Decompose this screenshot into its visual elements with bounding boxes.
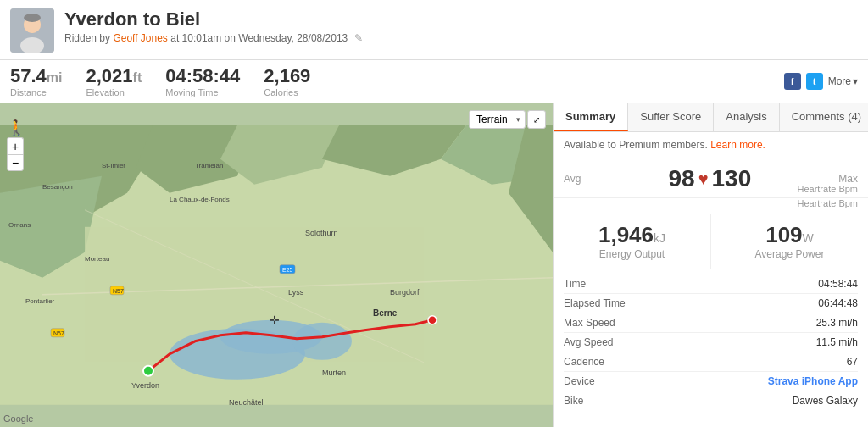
- energy-value: 1,946kJ: [564, 222, 700, 248]
- svg-text:N57: N57: [113, 288, 124, 294]
- detail-key: Max Speed: [564, 317, 615, 329]
- detail-key: Bike: [564, 395, 583, 407]
- google-logo: Google: [3, 413, 33, 424]
- detail-value[interactable]: Strava iPhone App: [768, 375, 858, 387]
- zoom-out-button[interactable]: −: [7, 154, 24, 171]
- tab-summary[interactable]: Summary: [554, 103, 628, 131]
- table-row: DeviceStrava iPhone App: [564, 372, 858, 391]
- social-bar: f t More ▾: [784, 73, 858, 90]
- edit-icon[interactable]: ✎: [354, 32, 363, 44]
- calories-stat: 2,169 Calories: [264, 65, 310, 97]
- heartrate-avg-value: 98: [669, 165, 695, 192]
- tab-suffer-score[interactable]: Suffer Score: [628, 103, 714, 131]
- twitter-icon[interactable]: t: [806, 73, 823, 90]
- power-block: 109W Average Power: [711, 214, 868, 269]
- zoom-in-button[interactable]: +: [7, 137, 24, 154]
- svg-text:Murten: Murten: [322, 369, 346, 377]
- power-label: Average Power: [721, 248, 858, 260]
- detail-key: Avg Speed: [564, 336, 614, 348]
- detail-value: Dawes Galaxy: [793, 395, 858, 407]
- distance-value: 57.4mi: [10, 65, 63, 87]
- more-button[interactable]: More ▾: [828, 75, 858, 87]
- detail-value: 04:58:44: [818, 278, 858, 290]
- ride-title: Yverdon to Biel Ridden by Geoff Jones at…: [64, 8, 363, 44]
- svg-text:Berne: Berne: [373, 308, 398, 318]
- heartrate-values: 98 ♥ 130: [669, 165, 752, 192]
- svg-text:Morteau: Morteau: [85, 255, 109, 263]
- energy-block: 1,946kJ Energy Output: [554, 214, 711, 269]
- table-row: Max Speed25.3 mi/h: [564, 313, 858, 333]
- heartrate-max-value: 130: [712, 165, 752, 192]
- main-content: Neuchâtel Murten Berne Yverdon Lyss Burg…: [0, 103, 868, 427]
- table-row: Time04:58:44: [564, 274, 858, 294]
- distance-label: Distance: [10, 87, 63, 97]
- detail-key: Device: [564, 375, 595, 387]
- svg-text:✛: ✛: [270, 313, 280, 327]
- detail-value: 25.3 mi/h: [816, 317, 858, 329]
- metrics-row: 1,946kJ Energy Output 109W Average Power: [554, 214, 868, 269]
- tab-comments[interactable]: Comments (4): [780, 103, 868, 131]
- heartrate-avg-label: Avg: [564, 173, 581, 185]
- detail-value: 06:44:48: [818, 297, 858, 309]
- svg-text:Ornans: Ornans: [8, 221, 31, 229]
- moving-time-value: 04:58:44: [165, 65, 240, 87]
- terrain-control[interactable]: Terrain ▾: [469, 110, 526, 129]
- expand-map-button[interactable]: ⤢: [527, 110, 546, 129]
- detail-key: Time: [564, 278, 586, 290]
- map-area: Neuchâtel Murten Berne Yverdon Lyss Burg…: [0, 103, 553, 427]
- elevation-stat: 2,021ft Elevation: [86, 65, 142, 97]
- table-row: Avg Speed11.5 mi/h: [564, 333, 858, 352]
- moving-time-label: Moving Time: [165, 87, 240, 97]
- header: Yverdon to Biel Ridden by Geoff Jones at…: [0, 0, 868, 60]
- page-title: Yverdon to Biel: [64, 8, 363, 30]
- heartrate-unit: Heartrate Bpm: [797, 184, 858, 194]
- elevation-label: Elevation: [86, 87, 142, 97]
- detail-key: Elapsed Time: [564, 297, 626, 309]
- table-row: Elapsed Time06:44:48: [564, 294, 858, 313]
- detail-key: Cadence: [564, 356, 604, 368]
- svg-point-20: [428, 316, 437, 324]
- svg-point-4: [24, 14, 41, 22]
- svg-text:Lyss: Lyss: [288, 288, 304, 297]
- ride-subtitle: Ridden by Geoff Jones at 10:01am on Wedn…: [64, 32, 363, 44]
- heartrate-label: Heartrate Bpm: [554, 198, 868, 214]
- heartrate-max-label: Max: [838, 173, 858, 185]
- svg-text:Yverdon: Yverdon: [131, 381, 159, 390]
- calories-label: Calories: [264, 87, 310, 97]
- svg-text:E25: E25: [282, 267, 293, 273]
- svg-text:Tramelan: Tramelan: [195, 162, 224, 169]
- heart-icon: ♥: [698, 169, 709, 189]
- detail-value: 11.5 mi/h: [816, 336, 858, 348]
- facebook-icon[interactable]: f: [784, 73, 801, 90]
- svg-text:N57: N57: [53, 330, 64, 336]
- moving-time-stat: 04:58:44 Moving Time: [165, 65, 240, 97]
- table-row: Cadence67: [564, 352, 858, 372]
- zoom-control: + −: [7, 137, 24, 171]
- energy-label: Energy Output: [564, 248, 700, 260]
- svg-text:Besançon: Besançon: [42, 183, 73, 191]
- svg-text:St-Imier: St-Imier: [102, 162, 125, 169]
- svg-text:Solothurn: Solothurn: [305, 229, 338, 237]
- terrain-select[interactable]: Terrain: [469, 110, 526, 129]
- details-table: Time04:58:44Elapsed Time06:44:48Max Spee…: [554, 269, 868, 415]
- stats-bar: 57.4mi Distance 2,021ft Elevation 04:58:…: [0, 60, 868, 103]
- distance-stat: 57.4mi Distance: [10, 65, 63, 97]
- elevation-value: 2,021ft: [86, 65, 142, 87]
- svg-text:Burgdorf: Burgdorf: [390, 288, 420, 297]
- detail-value: 67: [847, 356, 858, 368]
- calories-value: 2,169: [264, 65, 310, 87]
- avatar[interactable]: [10, 8, 54, 53]
- svg-text:Neuchâtel: Neuchâtel: [229, 398, 264, 407]
- pegman-icon[interactable]: 🚶: [7, 119, 25, 137]
- svg-point-19: [143, 366, 153, 376]
- svg-text:La Chaux-de-Fonds: La Chaux-de-Fonds: [170, 196, 230, 203]
- heartrate-section: Avg 98 ♥ 130 Max Heartrate Bpm: [554, 158, 868, 198]
- learn-more-link[interactable]: Learn more.: [710, 139, 765, 151]
- premium-notice: Available to Premium members. Learn more…: [554, 132, 868, 158]
- svg-text:Pontarlier: Pontarlier: [25, 297, 55, 305]
- tab-analysis[interactable]: Analysis: [714, 103, 779, 131]
- svg-point-16: [292, 323, 352, 360]
- power-value: 109W: [721, 222, 858, 248]
- athlete-link[interactable]: Geoff Jones: [113, 32, 168, 44]
- tabs: Summary Suffer Score Analysis Comments (…: [554, 103, 868, 132]
